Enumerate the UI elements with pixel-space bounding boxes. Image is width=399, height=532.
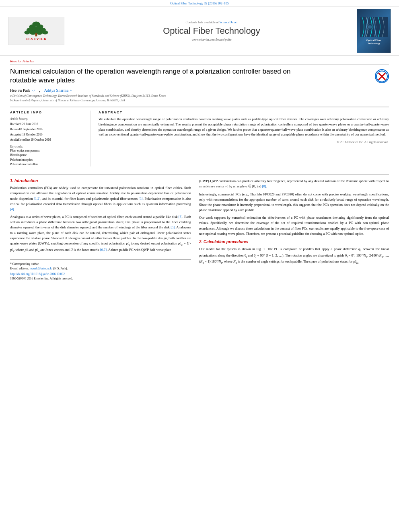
page-wrapper: Optical Fiber Technology 32 (2016) 102–1…: [0, 0, 399, 281]
section-type-label: Regular Articles: [10, 59, 389, 65]
header-left: ELSEVIER: [8, 17, 72, 45]
email-note: E-mail address: hspark@kriss.re.kr (H.S.…: [10, 267, 191, 271]
sciencedirect-link[interactable]: ScienceDirect: [220, 21, 238, 24]
section1-right-paragraph2: Interestingly, commercial PCs (e.g., Tho…: [199, 192, 389, 213]
elsevier-tree-icon: [16, 21, 56, 37]
section1-paragraph2: Analogous to a series of wave plates, a …: [10, 214, 191, 253]
elsevier-logo: ELSEVIER: [8, 17, 64, 45]
author2-name[interactable]: Aditya Sharma: [44, 88, 68, 92]
article-info-header: ARTICLE INFO: [10, 111, 84, 114]
formula-pi2: p⃗i: [25, 248, 28, 252]
keywords-section: Keywords: Fiber optics components Birefr…: [10, 145, 84, 166]
journal-cover-image: Optical Fiber Technology: [357, 9, 391, 53]
article-section: Regular Articles Numerical calculation o…: [0, 56, 399, 170]
revised-date: Revised 8 September 2016: [10, 127, 43, 131]
formula-po2: p⃗o: [35, 248, 39, 252]
ref-3[interactable]: [3]: [139, 197, 143, 201]
cover-title: Optical Fiber Technology: [366, 39, 381, 45]
accepted-row: Accepted 13 October 2016: [10, 132, 84, 136]
section1-right-paragraph3: Our work supports by numerical estimatio…: [199, 215, 389, 236]
author1-super: a,*: [32, 89, 35, 92]
body-left-col: 1. Introduction Polarization controllers…: [10, 179, 191, 281]
cover-fiber-graphic: [360, 17, 388, 37]
abstract-text: We calculate the operation wavelength ra…: [99, 117, 389, 137]
article-title-row: Numerical calculation of the operation w…: [10, 67, 389, 88]
ref-5b[interactable]: [5]: [171, 225, 175, 229]
corresponding-author-note: * Corresponding author.: [10, 262, 191, 267]
contents-available-text: Contents lists available at ScienceDirec…: [72, 21, 351, 24]
affiliation-b: b Department of Physics, University of I…: [10, 99, 389, 103]
formula-v: v⃗: [225, 184, 228, 188]
journal-main-title: Optical Fiber Technology: [72, 26, 351, 36]
section1-title: 1. Introduction: [10, 179, 191, 183]
history-label-row: Article history:: [10, 117, 84, 121]
ref-1-2[interactable]: [1,2]: [34, 197, 40, 201]
section1-paragraph1: Polarization controllers (PCs) are widel…: [10, 185, 191, 212]
keyword-1: Fiber optics components: [10, 148, 84, 153]
revised-row: Revised 8 September 2016: [10, 127, 84, 131]
header-section: ELSEVIER Contents lists available at Sci…: [0, 6, 399, 56]
section2-paragraph1: Our model for the system is shown in Fig…: [199, 246, 389, 265]
email-link[interactable]: hspark@kriss.re.kr: [30, 267, 53, 270]
svg-rect-10: [35, 33, 37, 36]
available-row: Available online 19 October 2016: [10, 138, 84, 142]
body-content: 1. Introduction Polarization controllers…: [0, 179, 399, 281]
issn-text: 1068-5200/© 2016 Elsevier Inc. All right…: [10, 277, 191, 281]
affiliation-a: a Division of Convergence Technology, Ko…: [10, 94, 389, 99]
author2-super: b: [70, 89, 72, 92]
svg-point-6: [24, 31, 30, 35]
author1-name: Hee Su Park: [10, 88, 30, 92]
journal-top-bar: Optical Fiber Technology 32 (2016) 102–1…: [0, 0, 399, 6]
affiliations: a Division of Convergence Technology, Ko…: [10, 94, 389, 103]
received-row: Received 29 June 2016: [10, 122, 84, 126]
article-title: Numerical calculation of the operation w…: [10, 67, 312, 85]
abstract-header: ABSTRACT: [99, 111, 389, 114]
available-date: Available online 19 October 2016: [10, 138, 51, 142]
keyword-2: Birefringence: [10, 153, 84, 157]
svg-point-13: [368, 25, 372, 29]
abstract-col: ABSTRACT We calculate the operation wave…: [99, 111, 389, 166]
journal-url: www.elsevier.com/locate/yofte: [72, 38, 351, 41]
ref-4[interactable]: [4]: [10, 207, 14, 211]
elsevier-label: ELSEVIER: [25, 37, 47, 41]
formula-pin: p⃗in: [353, 259, 358, 263]
ref-8[interactable]: [8]: [262, 184, 266, 188]
ref-6-7[interactable]: [6,7]: [100, 248, 107, 252]
accepted-date: Accepted 13 October 2016: [10, 133, 43, 136]
doi-link[interactable]: http://dx.doi.org/10.1016/j.yofte.2016.1…: [10, 272, 65, 276]
section1-right-paragraph1: (HWP)-QWP combination can produce arbitr…: [199, 179, 389, 189]
copyright-line: © 2016 Elsevier Inc. All rights reserved…: [99, 140, 389, 144]
keyword-3: Polarization optics: [10, 158, 84, 162]
footnote-section: * Corresponding author. E-mail address: …: [10, 259, 191, 281]
body-right-col: (HWP)-QWP combination can produce arbitr…: [199, 179, 389, 281]
section2-title: 2. Calculation procedures: [199, 240, 389, 244]
received-date: Received 29 June 2016: [10, 122, 38, 126]
history-label: Article history:: [10, 117, 29, 121]
cover-graphic-svg: [360, 17, 388, 37]
ref-5a[interactable]: [5]: [179, 215, 183, 219]
main-divider: [10, 174, 389, 175]
crossmark-svg: [376, 70, 388, 83]
formula-pi: p⃗i: [126, 241, 130, 245]
svg-point-9: [42, 31, 48, 35]
journal-citation: Optical Fiber Technology 32 (2016) 102–1…: [170, 2, 228, 5]
doi-text: http://dx.doi.org/10.1016/j.yofte.2016.1…: [10, 272, 191, 277]
article-info-col: ARTICLE INFO Article history: Received 2…: [10, 111, 90, 166]
header-right: Optical Fiber Technology: [351, 9, 391, 53]
header-center: Contents lists available at ScienceDirec…: [72, 21, 351, 41]
info-section: ARTICLE INFO Article history: Received 2…: [10, 107, 389, 166]
authors-line: Hee Su Parka,* , Aditya Sharmab: [10, 88, 389, 92]
crossmark-icon: [375, 69, 389, 83]
keywords-label: Keywords:: [10, 145, 84, 148]
keyword-4: Polarization controllers: [10, 162, 84, 166]
